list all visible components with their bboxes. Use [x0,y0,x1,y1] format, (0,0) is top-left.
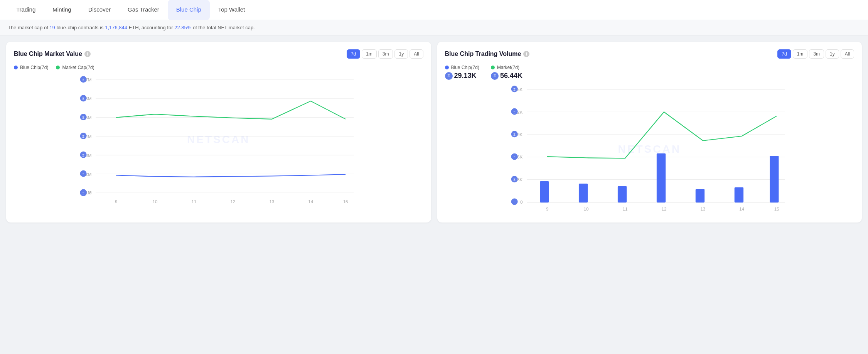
svg-rect-75 [770,156,779,202]
trading-volume-time-filters: 7d 1m 3m 1y All [777,49,854,59]
svg-text:Ξ: Ξ [513,88,516,91]
nav-item-discover[interactable]: Discover [80,0,119,20]
svg-text:15: 15 [774,206,779,211]
time-btn-all-left[interactable]: All [410,49,423,59]
percentage: 22.85% [174,25,191,30]
svg-text:10: 10 [153,199,158,204]
nav-item-blue-chip[interactable]: Blue Chip [168,0,210,20]
nav-item-trading[interactable]: Trading [8,0,44,20]
market-value-legend: Blue Chip(7d) Market Cap(7d) [14,65,423,70]
volume-label-blue: Blue Chip(7d) [451,65,479,70]
trading-volume-chart-header: Blue Chip Trading Volume i 7d 1m 3m 1y A… [445,49,855,59]
market-value-chart-card: Blue Chip Market Value i 7d 1m 3m 1y All… [6,42,431,223]
time-btn-all-right[interactable]: All [841,49,854,59]
trading-volume-info-icon[interactable]: i [523,51,529,57]
svg-rect-69 [540,181,549,202]
time-btn-1y-right[interactable]: 1y [826,49,839,59]
volume-legend-blue-header: Blue Chip(7d) [445,65,479,70]
svg-text:Ξ: Ξ [513,110,516,114]
svg-rect-72 [656,153,665,203]
volume-number-blue: 29.13K [454,72,477,80]
nav-item-top-wallet[interactable]: Top Wallet [210,0,253,20]
volume-dot-blue [445,66,449,69]
nav-item-minting[interactable]: Minting [44,0,79,20]
svg-text:6K: 6K [517,154,522,159]
time-btn-3m-left[interactable]: 3m [378,49,393,59]
svg-text:12: 12 [230,199,235,204]
trading-volume-chart-area: NETSCAN 15K 12K 9K 6K 3K 0 Ξ Ξ Ξ Ξ [445,84,855,215]
market-value-title-text: Blue Chip Market Value [14,51,82,57]
svg-rect-73 [695,189,704,202]
svg-text:Ξ: Ξ [82,135,84,138]
svg-text:Ξ: Ξ [82,153,84,157]
svg-text:11: 11 [622,206,627,211]
svg-text:12: 12 [661,206,666,211]
svg-text:Ξ: Ξ [513,178,516,182]
eth-icon-blue: Ξ [445,72,453,80]
main-content: Blue Chip Market Value i 7d 1m 3m 1y All… [0,35,868,229]
svg-text:0: 0 [89,190,92,195]
svg-text:11: 11 [192,199,197,204]
svg-text:Ξ: Ξ [513,155,516,159]
svg-text:13: 13 [269,199,274,204]
svg-rect-71 [617,186,626,203]
trading-volume-title: Blue Chip Trading Volume i [445,51,530,57]
legend-blue-chip: Blue Chip(7d) [14,65,48,70]
time-btn-7d-right[interactable]: 7d [777,49,791,59]
info-text-prefix: The market cap of [8,25,49,30]
volume-number-green: 56.44K [500,72,522,80]
volume-legend-green-header: Market(7d) [491,65,522,70]
market-value-info-icon[interactable]: i [84,51,91,57]
svg-text:10: 10 [583,206,588,211]
volume-label-green: Market(7d) [497,65,519,70]
legend-dot-blue [14,66,18,69]
legend-label-green: Market Cap(7d) [62,65,94,70]
svg-text:0: 0 [520,199,522,204]
info-text-mid1: blue-chip contracts is [55,25,105,30]
legend-label-blue: Blue Chip(7d) [20,65,48,70]
trading-volume-legend: Blue Chip(7d) Ξ 29.13K Market(7d) Ξ 56.4… [445,65,855,80]
trading-volume-title-text: Blue Chip Trading Volume [445,51,521,57]
info-text-mid2: ETH, accounting for [127,25,174,30]
svg-text:15: 15 [343,199,348,204]
time-btn-1y-left[interactable]: 1y [394,49,408,59]
legend-dot-green [56,66,60,69]
market-value-title: Blue Chip Market Value i [14,51,91,57]
time-btn-1m-left[interactable]: 1m [362,49,377,59]
svg-text:Ξ: Ξ [82,191,84,195]
market-value-time-filters: 7d 1m 3m 1y All [347,49,423,59]
volume-value-green: Ξ 56.44K [491,72,522,80]
market-value-chart-header: Blue Chip Market Value i 7d 1m 3m 1y All [14,49,423,59]
contracts-count: 19 [49,25,55,30]
legend-market-cap: Market Cap(7d) [56,65,94,70]
svg-text:Ξ: Ξ [82,116,84,120]
market-cap-eth: 1,176,844 [105,25,127,30]
svg-rect-70 [578,184,587,202]
svg-text:Ξ: Ξ [82,78,84,82]
eth-icon-green: Ξ [491,72,499,80]
svg-text:9: 9 [546,206,548,211]
svg-rect-74 [734,187,743,202]
volume-legend-green: Market(7d) Ξ 56.44K [491,65,522,80]
nav-bar: Trading Minting Discover Gas Tracker Blu… [0,0,868,20]
volume-dot-green [491,66,495,69]
svg-text:Ξ: Ξ [513,200,516,204]
time-btn-7d-left[interactable]: 7d [347,49,360,59]
svg-text:13: 13 [700,206,705,211]
svg-text:Ξ: Ξ [82,97,84,101]
info-text-end: of the total NFT market cap. [191,25,255,30]
volume-value-blue: Ξ 29.13K [445,72,479,80]
nav-item-gas-tracker[interactable]: Gas Tracker [119,0,168,20]
svg-text:Ξ: Ξ [513,133,516,137]
svg-text:14: 14 [739,206,744,211]
time-btn-3m-right[interactable]: 3m [809,49,824,59]
svg-text:9K: 9K [517,132,522,137]
svg-text:9: 9 [115,199,118,204]
trading-volume-chart-card: Blue Chip Trading Volume i 7d 1m 3m 1y A… [437,42,862,223]
market-value-chart-area: NETSCAN 7M 6M 5M 4M 3M 2M 1M Ξ Ξ Ξ Ξ [14,74,423,205]
time-btn-1m-right[interactable]: 1m [793,49,808,59]
svg-text:3K: 3K [517,177,522,182]
info-bar: The market cap of 19 blue-chip contracts… [0,20,868,35]
market-value-svg: 7M 6M 5M 4M 3M 2M 1M Ξ Ξ Ξ Ξ Ξ Ξ [14,74,423,205]
svg-text:Ξ: Ξ [82,172,84,176]
